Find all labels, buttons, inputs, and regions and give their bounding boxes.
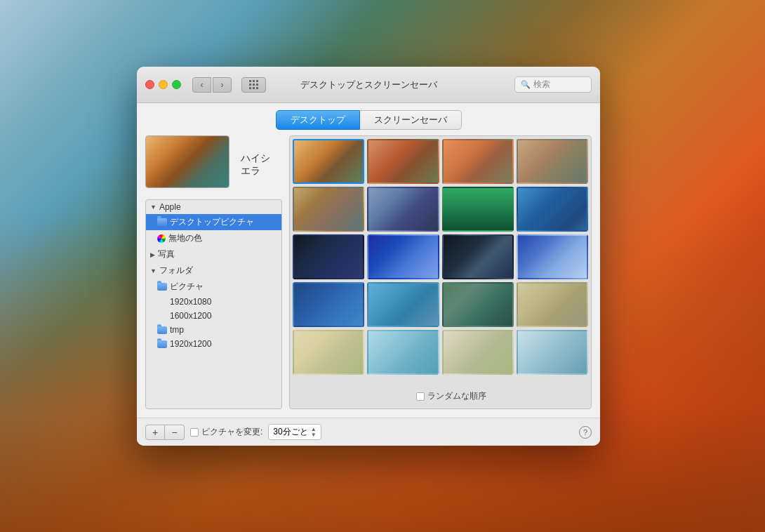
thumbnail-5[interactable]: [293, 187, 364, 232]
sidebar-item-solid-colors-label: 無地の色: [168, 232, 202, 244]
color-swatch-icon: [157, 234, 166, 243]
sidebar-item-1600x1200-label: 1600x1200: [170, 311, 211, 321]
change-picture-label: ピクチャを変更:: [201, 426, 262, 438]
folder-expand-icon: ▼: [150, 267, 157, 274]
content-area: ハイシエラ ▼ Apple デスクトップピクチャ 無地の色 ▶: [137, 135, 600, 418]
random-order-row: ランダムな順序: [416, 390, 486, 402]
thumbnail-20[interactable]: [517, 330, 588, 375]
1920x1200-folder-icon: [157, 340, 167, 348]
thumbnail-4[interactable]: [517, 139, 588, 184]
minimize-button[interactable]: [159, 80, 168, 89]
thumbnail-17[interactable]: [293, 330, 364, 375]
sidebar-item-desktop-pictures-label: デスクトップピクチャ: [170, 216, 254, 228]
sidebar-section-folder[interactable]: ▼ フォルダ: [146, 262, 281, 279]
traffic-lights: [145, 80, 181, 89]
tabs-bar: デスクトップ スクリーンセーバ: [137, 103, 600, 135]
bottom-bar: + − ピクチャを変更: 30分ごと ▲ ▼ ?: [137, 418, 600, 446]
search-icon: 🔍: [521, 80, 531, 89]
image-grid: [293, 139, 588, 375]
preferences-window: ‹ › デスクトップとスクリーンセーバ 🔍 検索 デスクトップ スクリーンセーバ…: [137, 67, 600, 446]
sidebar: ▼ Apple デスクトップピクチャ 無地の色 ▶ 写真: [145, 199, 282, 409]
random-order-checkbox[interactable]: [416, 392, 425, 401]
expand-icon: ▼: [150, 204, 157, 211]
search-placeholder: 検索: [533, 79, 550, 91]
tab-desktop[interactable]: デスクトップ: [276, 110, 360, 130]
thumbnail-10[interactable]: [367, 234, 439, 279]
change-picture-checkbox[interactable]: [190, 428, 199, 437]
collapse-icon: ▶: [150, 251, 155, 258]
folder-icon: [157, 218, 167, 226]
forward-button[interactable]: ›: [213, 77, 232, 93]
image-grid-container: [289, 135, 592, 409]
thumbnail-6[interactable]: [367, 187, 439, 232]
back-button[interactable]: ‹: [192, 77, 211, 93]
select-arrows-icon: ▲ ▼: [311, 427, 317, 438]
search-box[interactable]: 🔍 検索: [514, 77, 592, 93]
close-button[interactable]: [145, 80, 154, 89]
sidebar-item-1920x1080-label: 1920x1080: [170, 297, 211, 307]
sidebar-section-photos-label: 写真: [158, 248, 175, 260]
sidebar-item-pictures-label: ピクチャ: [170, 281, 204, 293]
thumbnail-7[interactable]: [442, 187, 514, 232]
sidebar-item-pictures[interactable]: ピクチャ: [146, 279, 281, 295]
sidebar-item-tmp[interactable]: tmp: [146, 323, 281, 337]
sidebar-section-apple-label: Apple: [159, 202, 181, 212]
sidebar-item-1920x1080[interactable]: 1920x1080: [146, 295, 281, 309]
right-panel: [289, 135, 592, 409]
thumbnail-3[interactable]: [442, 139, 514, 184]
thumbnail-12[interactable]: [517, 234, 588, 279]
interval-label: 30分ごと: [273, 426, 307, 438]
sidebar-section-folder-label: フォルダ: [159, 265, 193, 277]
thumbnail-15[interactable]: [442, 282, 514, 327]
help-button[interactable]: ?: [579, 426, 592, 439]
sidebar-item-tmp-label: tmp: [170, 325, 184, 335]
zoom-button[interactable]: [172, 80, 181, 89]
sidebar-item-1600x1200[interactable]: 1600x1200: [146, 309, 281, 323]
sidebar-item-solid-colors[interactable]: 無地の色: [146, 230, 281, 246]
left-panel: ハイシエラ ▼ Apple デスクトップピクチャ 無地の色 ▶: [145, 135, 282, 409]
thumbnail-8[interactable]: [517, 187, 588, 232]
thumbnail-1[interactable]: [293, 139, 364, 184]
thumbnail-2[interactable]: [367, 139, 439, 184]
change-picture-option: ピクチャを変更:: [190, 426, 262, 438]
sidebar-item-desktop-pictures[interactable]: デスクトップピクチャ: [146, 214, 281, 230]
sidebar-item-1920x1200-label: 1920x1200: [170, 339, 211, 349]
thumbnail-18[interactable]: [367, 330, 439, 375]
grid-icon: [249, 80, 259, 90]
thumbnail-16[interactable]: [517, 282, 588, 327]
random-order-label: ランダムな順序: [427, 390, 486, 402]
titlebar: ‹ › デスクトップとスクリーンセーバ 🔍 検索: [137, 67, 600, 103]
wallpaper-preview: [145, 135, 230, 188]
window-title: デスクトップとスクリーンセーバ: [300, 79, 437, 91]
add-remove-buttons: + −: [145, 425, 185, 440]
sidebar-section-apple[interactable]: ▼ Apple: [146, 200, 281, 214]
wallpaper-name: ハイシエラ: [241, 152, 279, 178]
thumbnail-19[interactable]: [442, 330, 514, 375]
tmp-folder-icon: [157, 326, 167, 334]
interval-select[interactable]: 30分ごと ▲ ▼: [268, 424, 321, 440]
pictures-folder-icon: [157, 283, 167, 291]
thumbnail-13[interactable]: [293, 282, 364, 327]
nav-buttons: ‹ ›: [192, 77, 232, 93]
thumbnail-11[interactable]: [442, 234, 514, 279]
add-button[interactable]: +: [145, 425, 165, 440]
grid-button[interactable]: [241, 77, 266, 93]
sidebar-section-photos[interactable]: ▶ 写真: [146, 246, 281, 262]
tab-screensaver[interactable]: スクリーンセーバ: [360, 110, 462, 130]
thumbnail-14[interactable]: [367, 282, 439, 327]
sidebar-item-1920x1200[interactable]: 1920x1200: [146, 337, 281, 351]
remove-button[interactable]: −: [165, 425, 185, 440]
preview-section: ハイシエラ: [145, 135, 282, 194]
thumbnail-9[interactable]: [293, 234, 364, 279]
